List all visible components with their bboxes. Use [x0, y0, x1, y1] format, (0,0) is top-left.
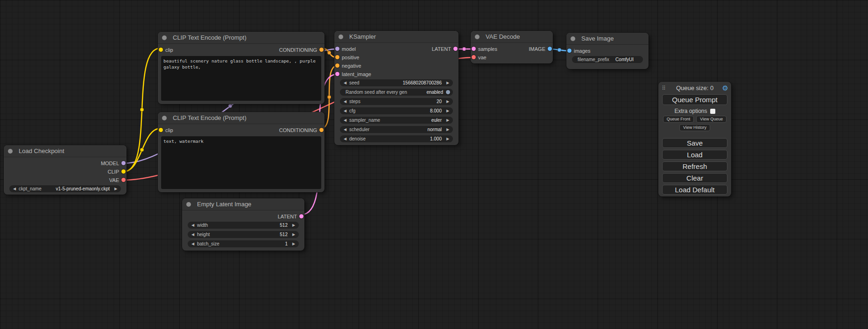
save-button[interactable]: Save	[662, 138, 727, 148]
extra-options-checkbox[interactable]	[710, 109, 715, 114]
node-clip-text-encode-negative[interactable]: CLIP Text Encode (Prompt) clip CONDITION…	[158, 112, 325, 192]
node-title-label: KSampler	[349, 33, 376, 40]
widget-seed[interactable]: ◀ seed 156680208700286 ▶	[340, 79, 453, 86]
widget-label: cfg	[349, 107, 355, 114]
slot-label: clip	[165, 127, 173, 133]
widget-denoise[interactable]: ◀ denoise 1.000 ▶	[340, 135, 453, 142]
increment-arrow-icon[interactable]: ▶	[445, 135, 450, 142]
node-titlebar[interactable]: KSampler	[334, 31, 459, 43]
node-ksampler[interactable]: KSampler model positive negative latent_…	[334, 31, 459, 145]
increment-arrow-icon[interactable]: ▶	[445, 79, 450, 86]
decrement-arrow-icon[interactable]: ◀	[343, 79, 347, 86]
queue-front-button[interactable]: Queue Front	[663, 116, 694, 123]
refresh-button[interactable]: Refresh	[662, 161, 727, 171]
widget-label: height	[197, 231, 210, 238]
increment-arrow-icon[interactable]: ▶	[291, 240, 296, 247]
increment-arrow-icon[interactable]: ▶	[445, 126, 450, 133]
widget-sampler-name[interactable]: ◀ sampler_name euler ▶	[340, 117, 453, 124]
link-midpoint-dot	[327, 95, 331, 99]
collapse-dot-icon[interactable]	[162, 116, 167, 120]
link-midpoint-dot	[140, 108, 144, 112]
node-load-checkpoint[interactable]: Load Checkpoint MODEL CLIP VAE ◀ ckpt_na…	[4, 145, 127, 195]
vae-connector-dot[interactable]	[121, 178, 126, 182]
decrement-arrow-icon[interactable]: ◀	[191, 231, 195, 238]
model-connector-dot[interactable]	[121, 161, 126, 165]
widget-scheduler[interactable]: ◀ scheduler normal ▶	[340, 126, 453, 133]
collapse-dot-icon[interactable]	[162, 35, 167, 40]
widget-width[interactable]: ◀ width 512 ▶	[188, 222, 299, 229]
conditioning-connector-dot[interactable]	[319, 48, 324, 52]
increment-arrow-icon[interactable]: ▶	[291, 222, 296, 229]
node-title-label: Save Image	[581, 35, 614, 42]
conditioning-connector-dot[interactable]	[335, 63, 339, 68]
decrement-arrow-icon[interactable]: ◀	[191, 240, 195, 247]
link-midpoint-dot	[557, 48, 561, 52]
link-midpoint-dot	[228, 104, 232, 108]
node-empty-latent-image[interactable]: Empty Latent Image LATENT ◀ width 512 ▶ …	[182, 198, 304, 251]
drag-handle-icon[interactable]: ⠿	[662, 83, 666, 93]
widget-ckpt-name[interactable]: ◀ ckpt_name v1-5-pruned-emaonly.ckpt ▶	[9, 185, 121, 192]
collapse-dot-icon[interactable]	[475, 35, 480, 39]
node-titlebar[interactable]: CLIP Text Encode (Prompt)	[158, 32, 325, 44]
decrement-arrow-icon[interactable]: ◀	[191, 222, 195, 229]
vae-connector-dot[interactable]	[472, 55, 476, 59]
increment-arrow-icon[interactable]: ▶	[445, 107, 450, 114]
node-clip-text-encode-positive[interactable]: CLIP Text Encode (Prompt) clip CONDITION…	[158, 32, 325, 104]
latent-connector-dot[interactable]	[472, 47, 476, 51]
prompt-textarea[interactable]: text, watermark	[161, 136, 321, 189]
node-titlebar[interactable]: Save Image	[566, 33, 649, 45]
collapse-dot-icon[interactable]	[571, 36, 575, 41]
widget-value: 20	[437, 98, 442, 105]
conditioning-connector-dot[interactable]	[319, 128, 324, 132]
conditioning-connector-dot[interactable]	[335, 55, 339, 59]
collapse-dot-icon[interactable]	[339, 35, 343, 39]
node-save-image[interactable]: Save Image images filename_prefix ComfyU…	[566, 33, 649, 69]
node-vae-decode[interactable]: VAE Decode samples vae IMAGE	[471, 31, 553, 63]
clip-connector-dot[interactable]	[159, 128, 163, 132]
input-slot-positive: positive	[334, 53, 459, 62]
load-default-button[interactable]: Load Default	[662, 185, 727, 195]
node-titlebar[interactable]: VAE Decode	[471, 31, 553, 43]
view-history-button[interactable]: View History	[679, 124, 710, 131]
node-titlebar[interactable]: Load Checkpoint	[4, 145, 127, 157]
increment-arrow-icon[interactable]: ▶	[113, 185, 118, 192]
load-button[interactable]: Load	[662, 150, 727, 160]
increment-arrow-icon[interactable]: ▶	[291, 231, 296, 238]
collapse-dot-icon[interactable]	[186, 202, 191, 207]
model-connector-dot[interactable]	[335, 47, 339, 51]
latent-connector-dot[interactable]	[453, 47, 458, 51]
decrement-arrow-icon[interactable]: ◀	[343, 135, 347, 142]
queue-size-label: Queue size: 0	[676, 84, 713, 91]
link-midpoint-dot	[327, 51, 331, 55]
prompt-textarea[interactable]: beautiful scenery nature glass bottle la…	[161, 56, 321, 101]
collapse-dot-icon[interactable]	[8, 149, 13, 154]
decrement-arrow-icon[interactable]: ◀	[343, 98, 347, 105]
clip-connector-dot[interactable]	[121, 169, 126, 174]
latent-connector-dot[interactable]	[299, 214, 303, 218]
clip-connector-dot[interactable]	[159, 48, 163, 52]
node-titlebar[interactable]: Empty Latent Image	[182, 198, 304, 210]
image-connector-dot[interactable]	[548, 47, 552, 51]
decrement-arrow-icon[interactable]: ◀	[343, 107, 347, 114]
widget-height[interactable]: ◀ height 512 ▶	[188, 231, 299, 238]
settings-gear-icon[interactable]: ⚙	[722, 83, 728, 93]
decrement-arrow-icon[interactable]: ◀	[12, 185, 17, 192]
increment-arrow-icon[interactable]: ▶	[445, 98, 450, 105]
view-queue-button[interactable]: View Queue	[696, 116, 727, 123]
input-slot-vae: vae	[471, 53, 553, 62]
increment-arrow-icon[interactable]: ▶	[445, 117, 450, 124]
widget-filename-prefix[interactable]: filename_prefix ComfyUI	[572, 56, 643, 63]
node-titlebar[interactable]: CLIP Text Encode (Prompt)	[158, 112, 325, 124]
clear-button[interactable]: Clear	[662, 173, 727, 183]
toggle-dot-icon[interactable]	[446, 90, 450, 94]
widget-random-seed-toggle[interactable]: Random seed after every gen enabled	[340, 89, 453, 96]
decrement-arrow-icon[interactable]: ◀	[343, 117, 347, 124]
image-connector-dot[interactable]	[567, 49, 572, 53]
decrement-arrow-icon[interactable]: ◀	[343, 126, 347, 133]
latent-connector-dot[interactable]	[335, 72, 339, 76]
queue-prompt-button[interactable]: Queue Prompt	[662, 94, 727, 105]
widget-label: seed	[349, 79, 360, 86]
widget-steps[interactable]: ◀ steps 20 ▶	[340, 98, 453, 105]
widget-cfg[interactable]: ◀ cfg 8.000 ▶	[340, 107, 453, 114]
widget-batch-size[interactable]: ◀ batch_size 1 ▶	[188, 240, 299, 247]
